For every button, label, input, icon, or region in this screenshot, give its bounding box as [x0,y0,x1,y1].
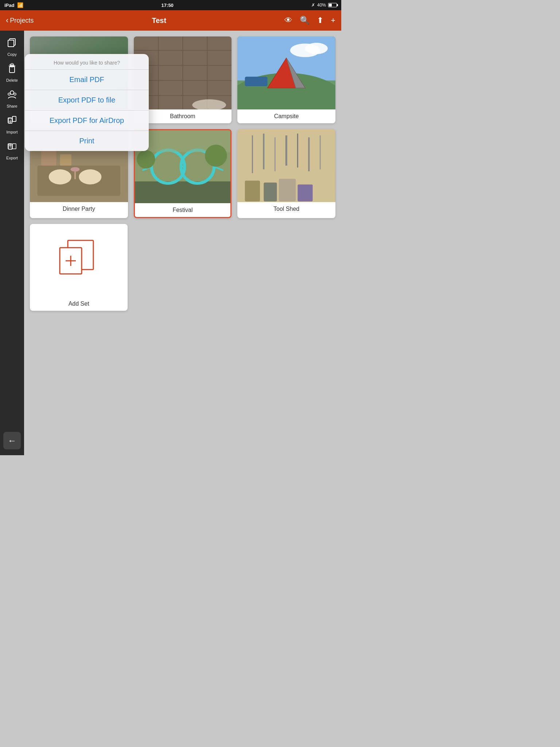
popover-title: How would you like to share? [25,54,149,69]
popover-item-email-pdf[interactable]: Email PDF [25,70,149,90]
share-popover: How would you like to share? Email PDF E… [25,54,149,151]
popover-item-export-pdf-airdrop[interactable]: Export PDF for AirDrop [25,111,149,131]
popover-item-print[interactable]: Print [25,131,149,151]
popover-item-export-pdf-file[interactable]: Export PDF to file [25,90,149,111]
share-popover-overlay[interactable]: How would you like to share? Email PDF E… [0,0,341,455]
